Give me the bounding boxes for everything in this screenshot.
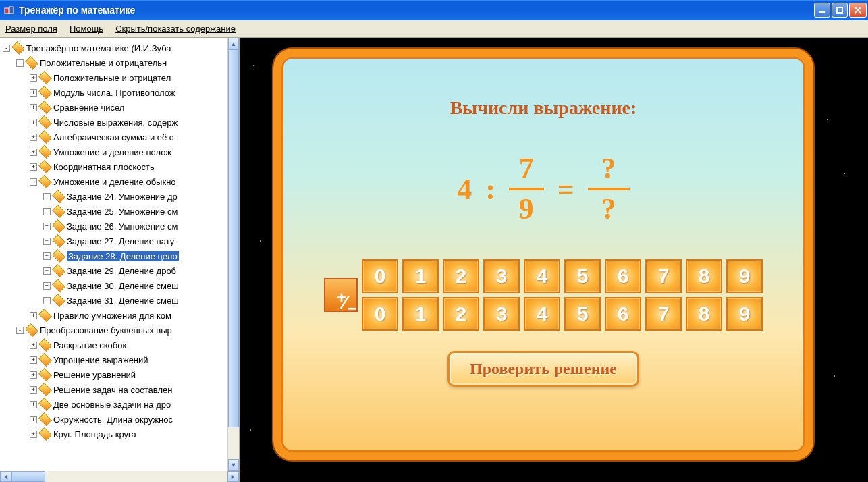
tree-node[interactable]: +Решение уравнений <box>3 367 225 382</box>
digit-button-2[interactable]: 2 <box>443 259 479 293</box>
tree-node[interactable]: -Умножение и деление обыкно <box>3 174 225 189</box>
tree-node[interactable]: -Преобразование буквенных выр <box>3 323 225 338</box>
expand-icon[interactable]: + <box>30 386 37 394</box>
expand-icon[interactable]: + <box>30 134 37 141</box>
close-button[interactable] <box>849 3 867 18</box>
digit-button-3[interactable]: 3 <box>483 297 520 331</box>
digit-button-9[interactable]: 9 <box>726 259 763 293</box>
tree-node[interactable]: +Упрощение выражений <box>3 352 225 367</box>
tree-node[interactable]: +Задание 24. Умножение др <box>3 189 225 204</box>
horizontal-scrollbar[interactable]: ◄ ► <box>0 471 239 482</box>
scroll-right-button[interactable]: ► <box>227 471 239 482</box>
expand-icon[interactable]: + <box>43 223 51 230</box>
tree-node[interactable]: +Задание 30. Деление смеш <box>3 278 225 293</box>
expand-icon[interactable]: + <box>30 149 37 156</box>
digit-button-8[interactable]: 8 <box>686 259 722 293</box>
expand-icon[interactable]: + <box>43 208 51 215</box>
scroll-down-button[interactable]: ▼ <box>228 459 239 471</box>
content-area: Вычисли выражение: 4 : 7 9 = ? ? <box>240 38 868 482</box>
tree-node-label: Положительные и отрицательн <box>40 58 167 68</box>
check-solution-button[interactable]: Проверить решение <box>447 351 639 387</box>
expand-icon[interactable]: + <box>30 371 37 379</box>
expand-icon[interactable]: + <box>30 104 37 111</box>
tree-node[interactable]: +Задание 31. Деление смеш <box>3 293 225 308</box>
collapse-icon[interactable]: - <box>3 45 10 52</box>
collapse-icon[interactable]: - <box>16 327 24 334</box>
tree-node[interactable]: -Тренажёр по математике (И.И.Зуба <box>3 41 225 55</box>
digit-button-9[interactable]: 9 <box>726 297 763 331</box>
tree-node[interactable]: +Решение задач на составлен <box>3 382 225 397</box>
tree-node[interactable]: +Правило умножения для ком <box>3 308 225 323</box>
expand-icon[interactable]: + <box>43 282 51 290</box>
expand-icon[interactable]: + <box>30 74 37 82</box>
digit-button-5[interactable]: 5 <box>564 259 601 293</box>
digit-button-1[interactable]: 1 <box>402 259 439 293</box>
expand-icon[interactable]: + <box>43 193 51 200</box>
collapse-icon[interactable]: - <box>30 178 37 186</box>
tree-node[interactable]: +Алгебраическая сумма и её с <box>3 130 225 144</box>
digit-button-8[interactable]: 8 <box>686 297 722 331</box>
sign-toggle-button[interactable]: +⁄− <box>324 278 358 312</box>
expand-icon[interactable]: + <box>30 431 37 438</box>
expand-icon[interactable]: + <box>30 312 37 319</box>
answer-numerator[interactable]: ? <box>596 153 622 185</box>
tree-node[interactable]: +Модуль числа. Противополож <box>3 85 225 100</box>
tree-node[interactable]: +Умножение и деление полож <box>3 144 225 159</box>
tree: -Тренажёр по математике (И.И.Зуба-Положи… <box>0 38 239 471</box>
book-icon <box>52 190 65 203</box>
minimize-button[interactable] <box>814 3 830 18</box>
tree-node[interactable]: +Задание 25. Умножение см <box>3 204 225 219</box>
tree-node[interactable]: -Положительные и отрицательн <box>3 55 225 70</box>
tree-node[interactable]: +Координатная плоскость <box>3 159 225 174</box>
collapse-icon[interactable]: - <box>16 59 24 67</box>
scroll-left-button[interactable]: ◄ <box>0 471 11 482</box>
expand-icon[interactable]: + <box>30 416 37 423</box>
hscroll-thumb[interactable] <box>11 471 45 482</box>
expand-icon[interactable]: + <box>43 297 51 304</box>
tree-node[interactable]: +Раскрытие скобок <box>3 338 225 352</box>
expand-icon[interactable]: + <box>43 267 51 275</box>
answer-denominator[interactable]: ? <box>596 193 622 225</box>
vertical-scrollbar[interactable]: ▲ ▼ <box>227 38 239 471</box>
expand-icon[interactable]: + <box>30 119 37 126</box>
tree-node[interactable]: +Задание 27. Деление нату <box>3 234 225 248</box>
digit-button-4[interactable]: 4 <box>524 297 560 331</box>
maximize-button[interactable] <box>832 3 848 18</box>
expand-icon[interactable]: + <box>43 252 51 260</box>
scroll-up-button[interactable]: ▲ <box>228 38 239 49</box>
expand-icon[interactable]: + <box>30 356 37 364</box>
menu-toggle-toc[interactable]: Скрыть/показать содержание <box>115 24 236 34</box>
digit-button-1[interactable]: 1 <box>402 297 439 331</box>
digit-button-3[interactable]: 3 <box>483 259 520 293</box>
scroll-thumb[interactable] <box>228 49 239 427</box>
expand-icon[interactable]: + <box>30 163 37 171</box>
digit-button-7[interactable]: 7 <box>645 259 682 293</box>
menubar: Размер поля Помощь Скрыть/показать содер… <box>0 20 868 38</box>
expand-icon[interactable]: + <box>30 401 37 408</box>
tree-node[interactable]: +Задание 26. Умножение см <box>3 219 225 234</box>
digit-button-0[interactable]: 0 <box>362 259 398 293</box>
tree-node[interactable]: +Окружность. Длина окружнос <box>3 412 225 427</box>
digit-button-5[interactable]: 5 <box>564 297 601 331</box>
book-icon <box>52 219 65 233</box>
digit-button-4[interactable]: 4 <box>524 259 560 293</box>
digit-button-6[interactable]: 6 <box>605 297 641 331</box>
expand-icon[interactable]: + <box>30 342 37 349</box>
digit-button-6[interactable]: 6 <box>605 259 641 293</box>
tree-node[interactable]: +Круг. Площадь круга <box>3 427 225 441</box>
digit-button-7[interactable]: 7 <box>645 297 682 331</box>
digit-button-2[interactable]: 2 <box>443 297 479 331</box>
book-icon <box>25 56 38 70</box>
tree-node[interactable]: +Сравнение чисел <box>3 100 225 115</box>
menu-help[interactable]: Помощь <box>70 24 103 34</box>
digit-button-0[interactable]: 0 <box>362 297 398 331</box>
tree-node[interactable]: +Числовые выражения, содерж <box>3 115 225 130</box>
expand-icon[interactable]: + <box>30 89 37 97</box>
tree-node[interactable]: +Задание 29. Деление дроб <box>3 263 225 278</box>
menu-field-size[interactable]: Размер поля <box>5 24 57 34</box>
expand-icon[interactable]: + <box>43 238 51 245</box>
tree-node[interactable]: +Две основные задачи на дро <box>3 397 225 412</box>
tree-node-label: Окружность. Длина окружнос <box>53 414 173 425</box>
tree-node[interactable]: +Задание 28. Деление цело <box>3 248 225 263</box>
tree-node[interactable]: +Положительные и отрицател <box>3 70 225 85</box>
